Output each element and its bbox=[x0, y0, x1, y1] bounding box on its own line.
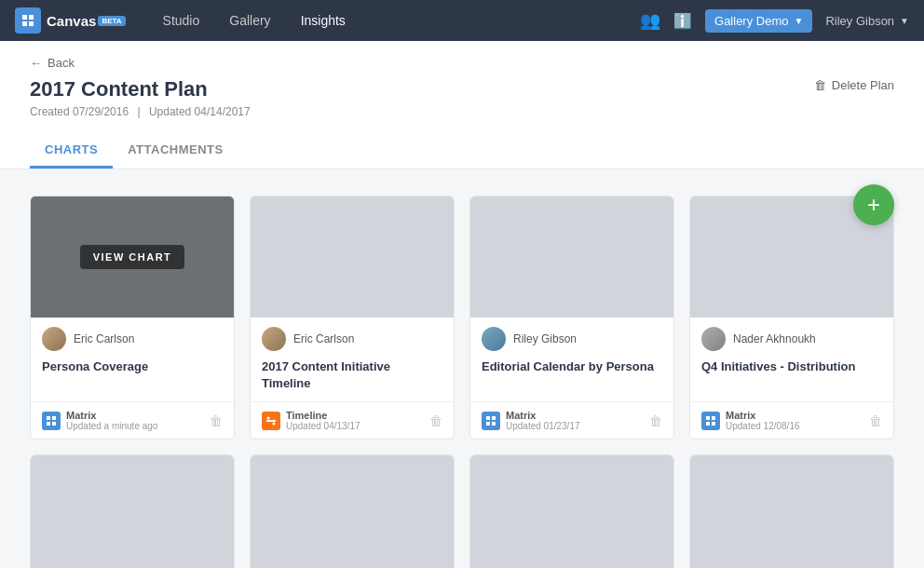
card-4[interactable]: Nader Akhnoukh Q4 Initiatives - Distribu… bbox=[689, 196, 894, 440]
svg-rect-15 bbox=[706, 416, 710, 420]
card-thumbnail bbox=[251, 455, 454, 568]
card-author: Eric Carlson bbox=[251, 318, 454, 355]
svg-rect-11 bbox=[486, 416, 490, 420]
type-updated: Updated a minute ago bbox=[66, 421, 157, 431]
author-name: Nader Akhnoukh bbox=[733, 332, 816, 345]
type-icon bbox=[482, 412, 500, 430]
user-label: Riley Gibson bbox=[825, 14, 894, 28]
card-type: MatrixUpdated 01/23/17 bbox=[482, 410, 580, 431]
chevron-down-icon: ▼ bbox=[794, 16, 803, 26]
card-8[interactable]: Riley Gibson Marketing Theme Coverage Ma… bbox=[689, 454, 894, 568]
card-thumbnail bbox=[470, 196, 673, 318]
delete-card-icon[interactable]: 🗑 bbox=[429, 413, 442, 428]
trash-icon: 🗑 bbox=[814, 78, 826, 92]
avatar bbox=[262, 327, 286, 351]
avatar bbox=[482, 327, 506, 351]
card-author: Riley Gibson bbox=[470, 318, 673, 355]
svg-point-10 bbox=[273, 422, 276, 425]
back-arrow-icon: ← bbox=[30, 56, 42, 70]
card-5[interactable]: Riley Gibson Regional Theme Coverage Mat… bbox=[30, 454, 235, 568]
svg-rect-13 bbox=[486, 422, 490, 426]
nav-studio[interactable]: Studio bbox=[148, 0, 215, 41]
card-thumbnail bbox=[690, 455, 893, 568]
card-thumbnail: VIEW CHART bbox=[31, 196, 234, 318]
svg-rect-5 bbox=[52, 416, 56, 420]
svg-rect-16 bbox=[712, 416, 715, 420]
svg-rect-14 bbox=[492, 422, 496, 426]
delete-card-icon[interactable]: 🗑 bbox=[869, 413, 882, 428]
card-6[interactable]: Nader Akhnoukh Marketing Priority Covera… bbox=[250, 454, 455, 568]
card-type: MatrixUpdated a minute ago bbox=[42, 410, 157, 431]
avatar bbox=[42, 327, 66, 351]
author-name: Eric Carlson bbox=[74, 332, 134, 345]
type-updated: Updated 01/23/17 bbox=[506, 421, 580, 431]
author-name: Eric Carlson bbox=[293, 332, 354, 345]
type-name: Matrix bbox=[726, 410, 800, 421]
tabs-row: CHARTS ATTACHMENTS bbox=[30, 133, 894, 169]
card-1[interactable]: VIEW CHART Eric Carlson Persona Coverage… bbox=[30, 196, 235, 440]
fab-button[interactable]: + bbox=[853, 184, 894, 225]
tab-charts[interactable]: CHARTS bbox=[30, 133, 113, 169]
card-title: Q4 Initiatives - Distribution bbox=[690, 355, 893, 401]
back-link[interactable]: ← Back bbox=[30, 56, 251, 70]
nav-logo[interactable]: Canvas BETA bbox=[15, 7, 126, 34]
chevron-down-icon: ▼ bbox=[900, 16, 909, 26]
group-icon[interactable]: 👥 bbox=[640, 10, 660, 31]
info-icon[interactable]: ℹ️ bbox=[673, 12, 692, 30]
user-menu[interactable]: Riley Gibson ▼ bbox=[825, 14, 909, 28]
card-2[interactable]: Eric Carlson 2017 Content Initiative Tim… bbox=[250, 196, 455, 440]
svg-rect-6 bbox=[47, 422, 50, 426]
card-3[interactable]: Riley Gibson Editorial Calendar by Perso… bbox=[469, 196, 674, 440]
svg-rect-4 bbox=[47, 416, 50, 420]
svg-rect-17 bbox=[706, 422, 710, 426]
type-updated: Updated 04/13/17 bbox=[286, 421, 360, 431]
card-author: Eric Carlson bbox=[31, 318, 234, 355]
author-name: Riley Gibson bbox=[513, 332, 577, 345]
delete-plan-button[interactable]: 🗑 Delete Plan bbox=[814, 78, 894, 92]
workspace-label: Gallery Demo bbox=[714, 14, 788, 28]
workspace-selector[interactable]: Gallery Demo ▼ bbox=[705, 9, 812, 33]
svg-rect-7 bbox=[52, 422, 56, 426]
type-name: Matrix bbox=[66, 410, 157, 421]
type-name: Matrix bbox=[506, 410, 580, 421]
back-label: Back bbox=[48, 56, 75, 70]
svg-rect-3 bbox=[29, 21, 34, 26]
card-type: TimelineUpdated 04/13/17 bbox=[262, 410, 360, 431]
nav-insights[interactable]: Insights bbox=[286, 0, 360, 41]
delete-card-icon[interactable]: 🗑 bbox=[210, 413, 223, 428]
svg-rect-1 bbox=[29, 15, 34, 20]
svg-rect-18 bbox=[712, 422, 715, 426]
canvas-icon bbox=[15, 7, 41, 34]
card-title: 2017 Content Initiative Timeline bbox=[251, 355, 454, 401]
type-icon bbox=[42, 412, 61, 430]
card-type: MatrixUpdated 12/08/16 bbox=[701, 410, 800, 431]
card-footer: MatrixUpdated a minute ago 🗑 bbox=[31, 401, 234, 439]
nav-gallery[interactable]: Gallery bbox=[214, 0, 285, 41]
type-icon bbox=[262, 412, 280, 430]
type-name: Timeline bbox=[286, 410, 360, 421]
card-footer: TimelineUpdated 04/13/17 🗑 bbox=[251, 401, 454, 439]
svg-rect-12 bbox=[492, 416, 496, 420]
nav-right: 👥 ℹ️ Gallery Demo ▼ Riley Gibson ▼ bbox=[640, 9, 909, 33]
type-updated: Updated 12/08/16 bbox=[726, 421, 800, 431]
logo-text: Canvas bbox=[47, 13, 96, 29]
card-footer: MatrixUpdated 12/08/16 🗑 bbox=[690, 401, 893, 439]
card-7[interactable]: Nader Akhnoukh Delivery by Quarter: Bus.… bbox=[469, 454, 674, 568]
card-thumbnail bbox=[251, 196, 454, 318]
beta-badge: BETA bbox=[98, 16, 125, 26]
type-icon bbox=[701, 412, 720, 430]
card-thumbnail bbox=[470, 455, 673, 568]
card-title: Persona Coverage bbox=[31, 355, 234, 401]
svg-point-9 bbox=[267, 416, 270, 419]
card-thumbnail bbox=[31, 455, 234, 568]
card-footer: MatrixUpdated 01/23/17 🗑 bbox=[470, 401, 673, 439]
tab-attachments[interactable]: ATTACHMENTS bbox=[113, 133, 238, 169]
page-title-row: ← Back 2017 Content Plan Created 07/29/2… bbox=[30, 56, 894, 118]
subheader: ← Back 2017 Content Plan Created 07/29/2… bbox=[0, 41, 924, 169]
delete-card-icon[interactable]: 🗑 bbox=[649, 413, 662, 428]
avatar bbox=[701, 327, 726, 351]
view-chart-overlay[interactable]: VIEW CHART bbox=[31, 196, 234, 318]
top-nav: Canvas BETA Studio Gallery Insights 👥 ℹ️… bbox=[0, 0, 924, 41]
view-chart-button[interactable]: VIEW CHART bbox=[80, 245, 185, 269]
svg-rect-0 bbox=[22, 15, 27, 20]
